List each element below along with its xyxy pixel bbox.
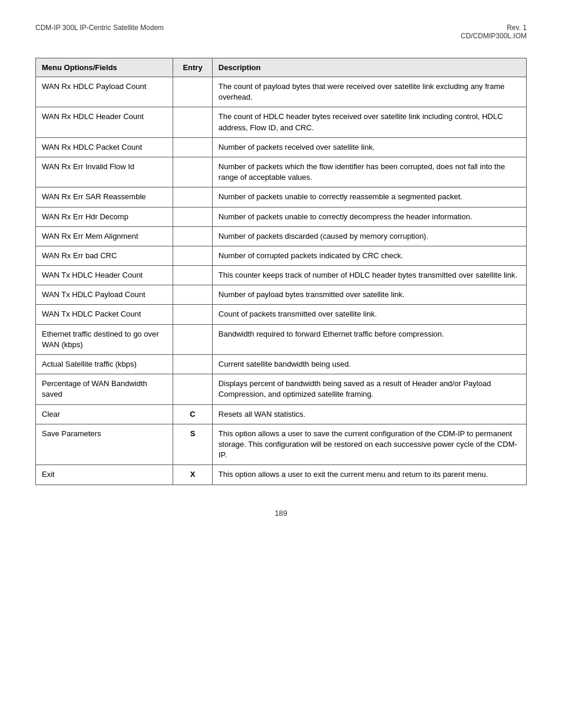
- table-row: WAN Tx HDLC Payload CountNumber of paylo…: [36, 285, 527, 305]
- cell-description-9: Number of payload bytes transmitted over…: [212, 285, 526, 305]
- cell-menu-9: WAN Tx HDLC Payload Count: [36, 285, 173, 305]
- table-row: WAN Rx HDLC Payload CountThe count of pa…: [36, 77, 527, 107]
- page-container: CDM-IP 300L IP-Centric Satellite Modem R…: [0, 0, 562, 728]
- page-header: CDM-IP 300L IP-Centric Satellite Modem R…: [35, 24, 527, 40]
- table-row: Actual Satellite traffic (kbps)Current s…: [36, 355, 527, 374]
- cell-description-11: Bandwidth required to forward Ethernet t…: [212, 324, 526, 354]
- table-row: Ethernet traffic destined to go over WAN…: [36, 324, 527, 354]
- table-row: WAN Rx HDLC Packet CountNumber of packet…: [36, 137, 527, 157]
- table-header-row: Menu Options/Fields Entry Description: [36, 58, 527, 77]
- cell-description-2: Number of packets received over satellit…: [212, 137, 526, 157]
- cell-menu-14: Clear: [36, 404, 173, 424]
- cell-entry-4: [173, 187, 213, 207]
- cell-entry-11: [173, 324, 213, 354]
- cell-entry-6: [173, 226, 213, 246]
- cell-entry-9: [173, 285, 213, 305]
- cell-menu-4: WAN Rx Err SAR Reassemble: [36, 187, 173, 207]
- cell-entry-16: X: [173, 465, 213, 485]
- cell-menu-8: WAN Tx HDLC Header Count: [36, 266, 173, 285]
- header-right: Rev. 1 CD/CDMIP300L.IOM: [461, 24, 527, 40]
- header-left: CDM-IP 300L IP-Centric Satellite Modem: [35, 24, 164, 32]
- cell-entry-2: [173, 137, 213, 157]
- cell-entry-1: [173, 107, 213, 137]
- table-row: WAN Rx Err bad CRCNumber of corrupted pa…: [36, 246, 527, 265]
- cell-description-16: This option allows a user to exit the cu…: [212, 465, 526, 485]
- table-row: WAN Rx Err Mem AlignmentNumber of packet…: [36, 226, 527, 246]
- cell-menu-16: Exit: [36, 465, 173, 485]
- col-header-menu: Menu Options/Fields: [36, 58, 173, 77]
- cell-description-0: The count of payload bytes that were rec…: [212, 77, 526, 107]
- cell-entry-0: [173, 77, 213, 107]
- cell-menu-15: Save Parameters: [36, 424, 173, 465]
- cell-description-4: Number of packets unable to correctly re…: [212, 187, 526, 207]
- col-header-entry: Entry: [173, 58, 213, 77]
- table-row: WAN Rx Err Invalid Flow IdNumber of pack…: [36, 157, 527, 187]
- page-footer: 189: [35, 509, 527, 518]
- header-rev: Rev. 1: [461, 24, 527, 32]
- table-row: WAN Tx HDLC Packet CountCount of packets…: [36, 305, 527, 324]
- cell-description-1: The count of HDLC header bytes received …: [212, 107, 526, 137]
- cell-entry-15: S: [173, 424, 213, 465]
- cell-menu-6: WAN Rx Err Mem Alignment: [36, 226, 173, 246]
- cell-description-12: Current satellite bandwidth being used.: [212, 355, 526, 374]
- cell-menu-0: WAN Rx HDLC Payload Count: [36, 77, 173, 107]
- table-row: WAN Rx HDLC Header CountThe count of HDL…: [36, 107, 527, 137]
- cell-menu-1: WAN Rx HDLC Header Count: [36, 107, 173, 137]
- cell-entry-5: [173, 207, 213, 226]
- cell-menu-12: Actual Satellite traffic (kbps): [36, 355, 173, 374]
- cell-menu-3: WAN Rx Err Invalid Flow Id: [36, 157, 173, 187]
- cell-menu-11: Ethernet traffic destined to go over WAN…: [36, 324, 173, 354]
- cell-entry-14: C: [173, 404, 213, 424]
- cell-description-15: This option allows a user to save the cu…: [212, 424, 526, 465]
- cell-menu-2: WAN Rx HDLC Packet Count: [36, 137, 173, 157]
- main-table: Menu Options/Fields Entry Description WA…: [35, 58, 527, 485]
- table-wrapper: Menu Options/Fields Entry Description WA…: [35, 58, 527, 485]
- cell-description-14: Resets all WAN statistics.: [212, 404, 526, 424]
- cell-menu-13: Percentage of WAN Bandwidth saved: [36, 374, 173, 404]
- cell-description-6: Number of packets discarded (caused by m…: [212, 226, 526, 246]
- header-doc: CD/CDMIP300L.IOM: [461, 32, 527, 40]
- table-row: WAN Rx Err Hdr DecompNumber of packets u…: [36, 207, 527, 226]
- cell-entry-7: [173, 246, 213, 265]
- cell-entry-10: [173, 305, 213, 324]
- table-row: WAN Rx Err SAR ReassembleNumber of packe…: [36, 187, 527, 207]
- table-row: Percentage of WAN Bandwidth savedDisplay…: [36, 374, 527, 404]
- cell-description-3: Number of packets which the flow identif…: [212, 157, 526, 187]
- page-number: 189: [275, 509, 287, 518]
- cell-entry-12: [173, 355, 213, 374]
- cell-entry-13: [173, 374, 213, 404]
- cell-menu-10: WAN Tx HDLC Packet Count: [36, 305, 173, 324]
- cell-description-7: Number of corrupted packets indicated by…: [212, 246, 526, 265]
- cell-description-8: This counter keeps track of number of HD…: [212, 266, 526, 285]
- table-row: Save ParametersSThis option allows a use…: [36, 424, 527, 465]
- cell-description-13: Displays percent of bandwidth being save…: [212, 374, 526, 404]
- cell-entry-3: [173, 157, 213, 187]
- table-row: WAN Tx HDLC Header CountThis counter kee…: [36, 266, 527, 285]
- cell-menu-7: WAN Rx Err bad CRC: [36, 246, 173, 265]
- col-header-description: Description: [212, 58, 526, 77]
- table-row: ClearCResets all WAN statistics.: [36, 404, 527, 424]
- cell-menu-5: WAN Rx Err Hdr Decomp: [36, 207, 173, 226]
- cell-entry-8: [173, 266, 213, 285]
- cell-description-5: Number of packets unable to correctly de…: [212, 207, 526, 226]
- cell-description-10: Count of packets transmitted over satell…: [212, 305, 526, 324]
- table-row: ExitXThis option allows a user to exit t…: [36, 465, 527, 485]
